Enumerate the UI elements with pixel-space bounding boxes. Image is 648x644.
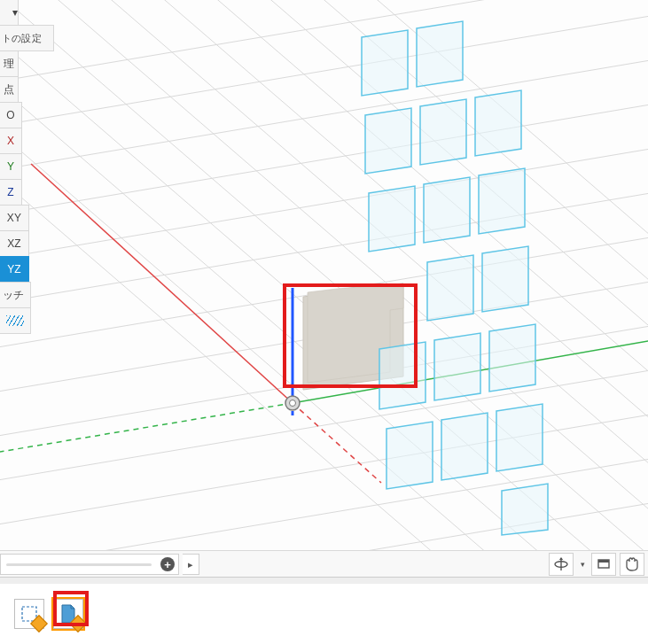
svg-marker-46 bbox=[434, 333, 480, 400]
orbit-icon bbox=[553, 556, 569, 572]
xy-plane-label: XY bbox=[7, 212, 21, 224]
chevron-down-icon: ▾ bbox=[12, 6, 18, 19]
svg-marker-54 bbox=[559, 557, 563, 560]
svg-marker-41 bbox=[424, 177, 470, 243]
hatch-icon bbox=[6, 315, 24, 326]
orbit-button[interactable] bbox=[549, 553, 574, 576]
svg-marker-44 bbox=[482, 246, 528, 312]
svg-marker-38 bbox=[420, 99, 466, 165]
drawing-thumb-sketch[interactable] bbox=[14, 599, 44, 629]
side-toolbar: ▾ トの設定 理 点 O X Y Z XY XZ YZ ッチ bbox=[0, 0, 35, 334]
settings-label: トの設定 bbox=[2, 32, 42, 45]
dropdown-toggle[interactable]: ▾ bbox=[0, 0, 19, 26]
settings-button[interactable]: トの設定 bbox=[0, 25, 54, 51]
pan-button[interactable] bbox=[620, 553, 644, 576]
x-axis-button[interactable]: X bbox=[0, 128, 22, 154]
svg-marker-35 bbox=[362, 30, 408, 96]
z-axis-button[interactable]: Z bbox=[0, 179, 22, 206]
yz-plane-label: YZ bbox=[7, 263, 21, 275]
y-axis-button[interactable]: Y bbox=[0, 153, 22, 180]
svg-marker-43 bbox=[427, 255, 473, 321]
view-nav-cluster: ▾ bbox=[549, 553, 644, 576]
svg-marker-47 bbox=[489, 324, 535, 392]
svg-marker-51 bbox=[502, 484, 548, 535]
hatch-label: ッチ bbox=[3, 288, 24, 303]
xy-plane-button[interactable]: XY bbox=[0, 205, 29, 231]
svg-marker-48 bbox=[386, 422, 433, 489]
xz-plane-label: XZ bbox=[7, 237, 21, 250]
origin-label: O bbox=[6, 109, 15, 121]
viewport-3d[interactable] bbox=[0, 0, 648, 577]
timeline-bar: + ▸ ▾ bbox=[0, 550, 648, 578]
tool-management[interactable]: 理 bbox=[0, 50, 19, 77]
orbit-dropdown[interactable]: ▾ bbox=[577, 560, 588, 569]
pencil-icon bbox=[69, 615, 87, 632]
look-at-button[interactable] bbox=[591, 553, 616, 576]
look-at-icon bbox=[596, 556, 612, 572]
origin-button[interactable]: O bbox=[0, 102, 22, 128]
svg-marker-42 bbox=[479, 168, 525, 234]
svg-marker-50 bbox=[496, 404, 543, 471]
svg-point-52 bbox=[555, 562, 567, 567]
timeline-slider[interactable]: + bbox=[0, 554, 179, 575]
svg-marker-40 bbox=[369, 186, 415, 252]
yz-plane-button[interactable]: YZ bbox=[0, 256, 29, 283]
svg-rect-55 bbox=[598, 560, 609, 568]
timeline-expand-button[interactable]: ▸ bbox=[183, 554, 199, 575]
tool-point-label: 点 bbox=[4, 82, 14, 97]
pencil-icon bbox=[30, 615, 48, 632]
timeline-add-button[interactable]: + bbox=[160, 557, 175, 571]
svg-rect-56 bbox=[598, 560, 609, 563]
pan-hand-icon bbox=[623, 556, 641, 572]
tool-point[interactable]: 点 bbox=[0, 76, 19, 103]
drawing-thumb-page[interactable] bbox=[53, 599, 83, 629]
svg-marker-45 bbox=[379, 342, 425, 409]
svg-marker-49 bbox=[441, 413, 488, 480]
y-axis-label: Y bbox=[7, 160, 14, 173]
drawing-tabs bbox=[0, 584, 648, 644]
x-axis-label: X bbox=[7, 135, 14, 147]
tool-management-label: 理 bbox=[4, 57, 14, 72]
z-axis-label: Z bbox=[7, 186, 14, 198]
svg-marker-36 bbox=[417, 21, 463, 87]
hatch-button[interactable]: ッチ bbox=[0, 282, 31, 308]
xz-plane-button[interactable]: XZ bbox=[0, 230, 29, 257]
svg-marker-39 bbox=[475, 90, 521, 156]
svg-marker-37 bbox=[365, 108, 411, 174]
pattern-copies[interactable] bbox=[0, 0, 648, 577]
